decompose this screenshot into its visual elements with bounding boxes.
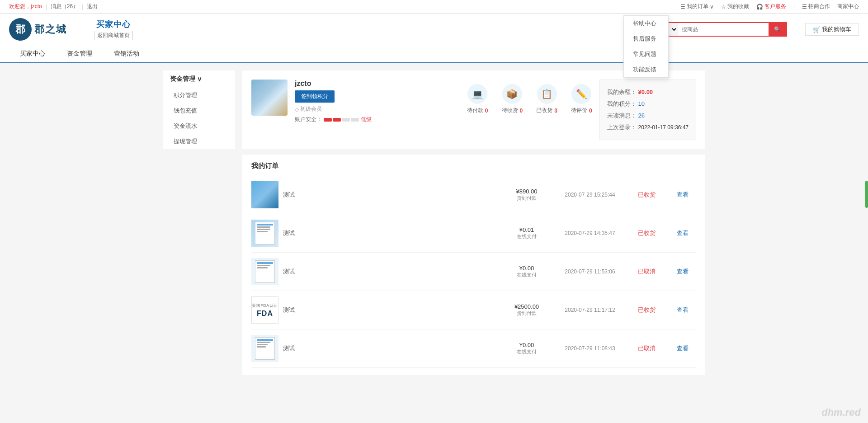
partner-btn[interactable]: ☰ 招商合作 — [802, 3, 830, 10]
back-to-shop-btn[interactable]: 返回商城首页 — [94, 31, 133, 40]
order-thumb-5 — [251, 335, 278, 362]
user-info: jzcto 签到领积分 ◇ 初级会员 账户安全： 低级 — [295, 80, 442, 123]
order-name-1: 测试 — [283, 191, 497, 199]
pending-review-icon: ✏️ — [571, 84, 591, 104]
balance-row: 我的余额： ¥0.00 — [607, 86, 689, 98]
orders-title: 我的订单 — [251, 162, 696, 170]
view-link-2[interactable]: 查看 — [677, 230, 689, 236]
table-row: 美国FDA认证 FDA 测试 ¥2500.00 货到付款 2020-07-29 … — [251, 291, 696, 329]
sidebar: 资金管理 ∨ 积分管理 钱包充值 资金流水 提现管理 — [163, 70, 235, 149]
orders-icon: ☰ — [680, 4, 685, 10]
search-input[interactable] — [678, 23, 769, 36]
stat-pending-payment[interactable]: 💻 待付款 0 — [467, 84, 488, 114]
buyer-center-title: 买家中心 — [96, 19, 131, 30]
order-status-5: 已取消 — [628, 344, 665, 352]
cs-feedback[interactable]: 功能反馈 — [624, 62, 668, 77]
user-security: 账户安全： 低级 — [295, 116, 442, 123]
sidebar-item-flow[interactable]: 资金流水 — [163, 118, 235, 134]
main-nav: 买家中心 资金管理 营销活动 — [0, 45, 868, 63]
pending-payment-label: 待付款 0 — [467, 107, 488, 114]
logo-area: 郡 郡之城 — [9, 18, 67, 41]
customer-service-dropdown: 帮助中心 售后服务 常见问题 功能反馈 — [623, 15, 669, 78]
user-card: jzcto 签到领积分 ◇ 初级会员 账户安全： 低级 — [242, 70, 705, 149]
order-date-5: 2020-07-29 11:08:43 — [556, 345, 624, 352]
order-price-5: ¥0.00 在线支付 — [502, 342, 552, 355]
logout-link[interactable]: 退出 — [87, 3, 98, 10]
my-orders-btn[interactable]: ☰ 我的订单 ∨ — [680, 3, 714, 10]
order-action-3[interactable]: 查看 — [669, 268, 696, 276]
received-icon: 📋 — [537, 84, 557, 104]
order-thumb-2 — [251, 220, 278, 247]
order-status-3: 已取消 — [628, 268, 665, 276]
sidebar-section-funds[interactable]: 资金管理 ∨ — [163, 70, 235, 88]
cart-icon: 🛒 — [813, 26, 820, 33]
points-row: 我的积分： 10 — [607, 98, 689, 110]
sidebar-item-withdrawal[interactable]: 提现管理 — [163, 134, 235, 149]
order-action-1[interactable]: 查看 — [669, 191, 696, 199]
top-bar-left: 欢迎您，jzcto | 消息（26） | 退出 — [9, 3, 98, 10]
scrollbar-indicator[interactable] — [865, 181, 868, 208]
cart-area[interactable]: 🛒 我的购物车 — [805, 23, 859, 36]
order-date-4: 2020-07-29 11:17:12 — [556, 307, 624, 313]
order-action-5[interactable]: 查看 — [669, 344, 696, 352]
pending-receipt-icon: 📦 — [502, 84, 522, 104]
account-summary: 我的余额： ¥0.00 我的积分： 10 未读消息： 26 上次登录： 2022… — [599, 80, 696, 140]
buyer-center-area: 买家中心 返回商城首页 — [94, 19, 133, 40]
order-status-4: 已收货 — [628, 306, 665, 314]
content-wrapper: 资金管理 ∨ 积分管理 钱包充值 资金流水 提现管理 jzcto 签到领积分 ◇… — [163, 70, 705, 375]
table-row: 测试 ¥0.01 在线支付 2020-07-29 14:35:47 已收货 查看 — [251, 214, 696, 253]
headset-icon: 🎧 — [756, 4, 763, 10]
pending-receipt-label: 待收货 0 — [502, 107, 523, 114]
view-link-3[interactable]: 查看 — [677, 268, 689, 275]
my-favorites-btn[interactable]: ☆ 我的收藏 — [721, 3, 749, 10]
nav-marketing[interactable]: 营销活动 — [103, 45, 150, 62]
order-action-2[interactable]: 查看 — [669, 229, 696, 237]
sign-in-button[interactable]: 签到领积分 — [295, 90, 335, 103]
star-icon: ☆ — [721, 4, 726, 10]
order-thumb-1 — [251, 181, 278, 208]
main-content: jzcto 签到领积分 ◇ 初级会员 账户安全： 低级 — [242, 70, 705, 375]
chevron-down-icon: ∨ — [197, 75, 202, 83]
order-thumb-3 — [251, 258, 278, 285]
order-name-4: 测试 — [283, 306, 497, 314]
avatar-image — [251, 80, 288, 116]
cs-faq[interactable]: 常见问题 — [624, 47, 668, 62]
main-header: 郡 郡之城 买家中心 返回商城首页 搜商品 🔍 🛒 我的购物车 — [0, 14, 868, 45]
nav-funds[interactable]: 资金管理 — [56, 45, 103, 62]
customer-service-btn[interactable]: 🎧 客户服务 帮助中心 售后服务 常见问题 功能反馈 — [756, 3, 786, 10]
cs-after-sales[interactable]: 售后服务 — [624, 31, 668, 47]
stat-pending-receipt[interactable]: 📦 待收货 0 — [502, 84, 523, 114]
order-stats: 💻 待付款 0 📦 待收货 0 📋 已收货 — [467, 80, 592, 119]
order-name-5: 测试 — [283, 344, 497, 352]
cart-label: 我的购物车 — [822, 25, 851, 33]
stat-received[interactable]: 📋 已收货 3 — [536, 84, 557, 114]
security-bar — [324, 118, 359, 122]
order-price-3: ¥0.00 在线支付 — [502, 265, 552, 278]
view-link-4[interactable]: 查看 — [677, 306, 689, 313]
security-seg-1 — [324, 118, 332, 122]
sidebar-item-points[interactable]: 积分管理 — [163, 88, 235, 103]
last-login-row: 上次登录： 2022-01-17 09:36:47 — [607, 122, 689, 133]
order-date-2: 2020-07-29 14:35:47 — [556, 230, 624, 236]
cs-help-center[interactable]: 帮助中心 — [624, 16, 668, 31]
nav-buyer-center[interactable]: 买家中心 — [9, 45, 56, 62]
order-thumb-4: 美国FDA认证 FDA — [251, 296, 278, 324]
search-button[interactable]: 🔍 — [769, 23, 786, 36]
order-action-4[interactable]: 查看 — [669, 306, 696, 314]
stat-pending-review[interactable]: ✏️ 待评价 0 — [571, 84, 592, 114]
level-icon: ◇ — [295, 106, 299, 113]
message-link[interactable]: 消息（26） — [51, 3, 78, 10]
unread-row: 未读消息： 26 — [607, 110, 689, 122]
table-row: 测试 ¥890.00 货到付款 2020-07-29 15:25:44 已收货 … — [251, 176, 696, 214]
handshake-icon: ☰ — [802, 4, 807, 10]
view-link-5[interactable]: 查看 — [677, 345, 689, 352]
received-label: 已收货 3 — [536, 107, 557, 114]
order-price-2: ¥0.01 在线支付 — [502, 226, 552, 240]
sidebar-item-recharge[interactable]: 钱包充值 — [163, 103, 235, 118]
merchant-center-btn[interactable]: 商家中心 — [837, 3, 859, 10]
order-price-1: ¥890.00 货到付款 — [502, 188, 552, 202]
view-link-1[interactable]: 查看 — [677, 191, 689, 198]
top-bar-right: ☰ 我的订单 ∨ ☆ 我的收藏 🎧 客户服务 帮助中心 售后服务 常见问题 功能… — [680, 0, 859, 13]
table-row: 测试 ¥0.00 在线支付 2020-07-29 11:53:06 已取消 查看 — [251, 253, 696, 291]
order-status-2: 已收货 — [628, 229, 665, 237]
